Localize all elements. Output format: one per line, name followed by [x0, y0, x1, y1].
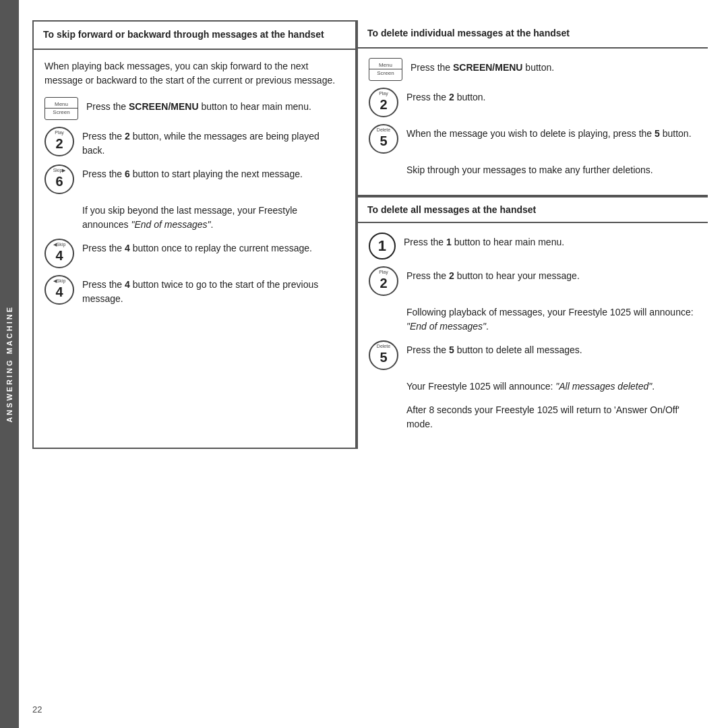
right-top-step-4-text: Skip through your messages to make any f…: [406, 160, 697, 177]
side-label: ANSWERING MACHINE: [0, 0, 19, 728]
right-bottom-step-5: Your Freestyle 1025 will announce: "All …: [369, 377, 697, 394]
right-top-step-2: Play 2 Press the 2 button.: [369, 88, 697, 117]
right-bottom-step-6-text: After 8 seconds your Freestyle 1025 will…: [406, 400, 697, 431]
right-bottom-step-6: After 8 seconds your Freestyle 1025 will…: [369, 400, 697, 431]
right-bottom-step-2-text: Press the 2 button to hear your message.: [406, 266, 697, 283]
button-4-icon-twice: ◀Skip 4: [44, 275, 74, 305]
right-top-header: To delete individual messages at the han…: [358, 20, 708, 49]
right-bottom-step-5-text: Your Freestyle 1025 will announce: "All …: [406, 377, 697, 394]
right-top-body: Menu Screen Press the SCREEN/MENU button…: [358, 49, 708, 195]
right-bottom-step-2: Play 2 Press the 2 button to hear your m…: [369, 266, 697, 296]
button-6-icon: Skip▶ 6: [44, 164, 74, 194]
left-step-5: ◀Skip 4 Press the 4 button once to repla…: [44, 239, 344, 268]
left-step-3-text: Press the 6 button to start playing the …: [82, 164, 344, 181]
right-column: To delete individual messages at the han…: [357, 20, 708, 449]
left-header-text: To skip forward or backward through mess…: [43, 29, 324, 40]
right-bottom-header: To delete all messages at the handset: [358, 196, 708, 223]
right-bottom-step-3: Following playback of messages, your Fre…: [369, 303, 697, 334]
button-5-icon-delete-individual: Delete 5: [369, 124, 398, 154]
side-label-text: ANSWERING MACHINE: [5, 305, 13, 423]
right-top-header-text: To delete individual messages at the han…: [367, 28, 570, 38]
right-top-step-3-text: When the message you wish to delete is p…: [406, 124, 697, 141]
left-step-5-text: Press the 4 button once to replay the cu…: [82, 239, 344, 255]
right-bottom-step-4-text: Press the 5 button to delete all message…: [406, 340, 697, 357]
left-section-body: When playing back messages, you can skip…: [34, 50, 355, 324]
button-2-icon-left: Play 2: [44, 127, 74, 156]
left-step-4-text: If you skip beyond the last message, you…: [82, 201, 344, 232]
right-top-step-1-text: Press the SCREEN/MENU button.: [411, 58, 697, 75]
button-4-icon-once: ◀Skip 4: [44, 239, 74, 268]
right-top-step-3: Delete 5 When the message you wish to de…: [369, 124, 697, 154]
menu-screen-icon-2: Menu Screen: [369, 58, 402, 81]
left-step-2: Play 2 Press the 2 button, while the mes…: [44, 127, 344, 158]
left-step-6: ◀Skip 4 Press the 4 button twice to go t…: [44, 275, 344, 306]
right-bottom-step-1-text: Press the 1 button to hear main menu.: [404, 233, 697, 249]
page-number: 22: [32, 704, 42, 715]
menu-screen-icon-1: Menu Screen: [44, 97, 78, 120]
left-intro-text: When playing back messages, you can skip…: [44, 59, 344, 88]
right-top-step-4: Skip through your messages to make any f…: [369, 160, 697, 177]
right-bottom-section: To delete all messages at the handset 1 …: [358, 196, 708, 449]
left-step-1-text: Press the SCREEN/MENU button to hear mai…: [86, 97, 344, 114]
left-section-header: To skip forward or backward through mess…: [34, 22, 355, 50]
two-column-layout: To skip forward or backward through mess…: [32, 20, 708, 449]
button-2-icon-right-bottom: Play 2: [369, 266, 398, 296]
left-step-6-text: Press the 4 button twice to go to the st…: [82, 275, 344, 306]
right-bottom-step-3-text: Following playback of messages, your Fre…: [406, 303, 697, 334]
left-step-2-text: Press the 2 button, while the messages a…: [82, 127, 344, 158]
right-bottom-step-4: Delete 5 Press the 5 button to delete al…: [369, 340, 697, 370]
right-top-section: To delete individual messages at the han…: [358, 20, 708, 196]
left-step-1: Menu Screen Press the SCREEN/MENU button…: [44, 97, 344, 120]
right-bottom-body: 1 Press the 1 button to hear main menu. …: [358, 223, 708, 449]
button-2-icon-right-top: Play 2: [369, 88, 398, 117]
button-5-icon-delete-all: Delete 5: [369, 340, 398, 370]
left-step-3: Skip▶ 6 Press the 6 button to start play…: [44, 164, 344, 194]
right-top-step-2-text: Press the 2 button.: [406, 88, 697, 104]
right-bottom-step-1: 1 Press the 1 button to hear main menu.: [369, 233, 697, 260]
right-bottom-header-text: To delete all messages at the handset: [367, 204, 536, 215]
left-step-4: If you skip beyond the last message, you…: [44, 201, 344, 232]
button-1-icon: 1: [369, 233, 396, 260]
right-top-step-1: Menu Screen Press the SCREEN/MENU button…: [369, 58, 697, 81]
page-content: To skip forward or backward through mess…: [19, 0, 728, 728]
left-column: To skip forward or backward through mess…: [32, 20, 357, 449]
